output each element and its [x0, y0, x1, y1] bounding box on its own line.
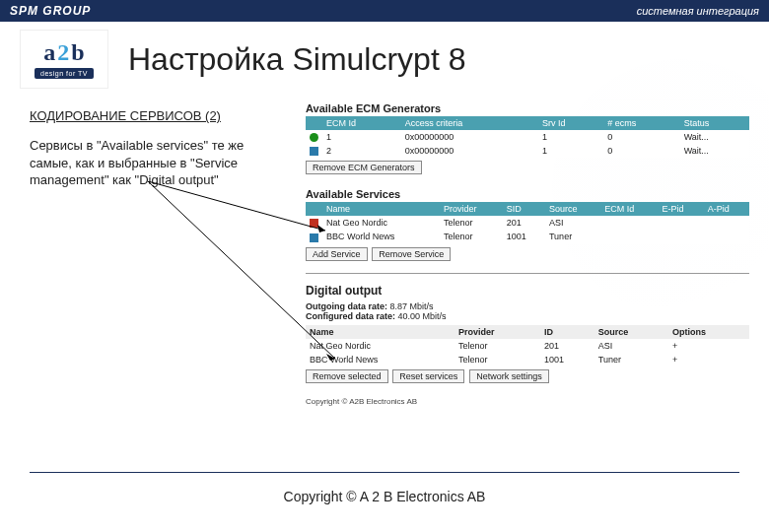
rate2-label: Configured data rate: [306, 311, 395, 321]
cell: Telenor [440, 230, 503, 243]
status-icon [310, 233, 318, 242]
cell: 201 [540, 339, 594, 353]
cell: BBC World News [306, 353, 454, 366]
out-header-row: Name Provider ID Source Options [306, 325, 749, 339]
cell: Tuner [545, 230, 600, 243]
remove-service-button[interactable]: Remove Service [372, 247, 451, 261]
cell: 1 [538, 130, 603, 144]
cell: + [668, 353, 749, 366]
cell: SID [503, 202, 545, 216]
cell: Tuner [594, 353, 668, 366]
cell: Source [545, 202, 600, 216]
logo-b: b [71, 39, 84, 66]
add-service-button[interactable]: Add Service [306, 247, 368, 261]
cell: ASI [545, 216, 600, 230]
serv-header-row: Name Provider SID Source ECM Id E-Pid A-… [306, 202, 749, 216]
cell: Name [322, 202, 440, 216]
cell: 0x00000000 [401, 130, 538, 144]
cell: 0x00000000 [401, 144, 538, 158]
cell: Telenor [454, 339, 540, 353]
cell: ASI [594, 339, 668, 353]
out-row-1[interactable]: Nat Geo Nordic Telenor 201 ASI + [306, 339, 749, 353]
rate1-label: Outgoing data rate: [306, 301, 387, 311]
status-icon [310, 133, 318, 142]
ecm-header-row: ECM Id Access criteria Srv Id # ecms Sta… [306, 116, 749, 130]
ecm-title: Available ECM Generators [306, 102, 749, 114]
footer-copyright: Copyright © A 2 B Electronics AB [0, 489, 769, 504]
cell: Telenor [440, 216, 503, 230]
cell: A-Pid [704, 202, 749, 216]
cell: 1 [322, 130, 401, 144]
remove-ecm-button[interactable]: Remove ECM Generators [306, 161, 422, 174]
reset-services-button[interactable]: Reset services [392, 369, 464, 383]
cell: 2 [322, 144, 401, 158]
serv-row-1[interactable]: Nat Geo Nordic Telenor 201 ASI [306, 216, 749, 230]
out-row-2[interactable]: BBC World News Telenor 1001 Tuner + [306, 353, 749, 366]
services-title: Available Services [306, 188, 749, 200]
remove-selected-button[interactable]: Remove selected [306, 369, 388, 383]
cell: 0 [603, 130, 680, 144]
status-icon [310, 147, 318, 156]
logo-tagline: design for TV [35, 68, 94, 79]
network-settings-button[interactable]: Network settings [469, 369, 549, 383]
description-column: КОДИРОВАНИЕ СЕРВИСОВ (2) Сервисы в "Avai… [30, 102, 286, 406]
config-panel: Available ECM Generators ECM Id Access c… [306, 102, 749, 406]
status-icon [310, 219, 318, 228]
section-body: Сервисы в "Available services" те же сам… [30, 137, 286, 189]
cell: Wait... [680, 144, 749, 158]
cell: 1001 [503, 230, 545, 243]
cell: Provider [454, 325, 540, 339]
cell: Nat Geo Nordic [306, 339, 454, 353]
section-subtitle: КОДИРОВАНИЕ СЕРВИСОВ (2) [30, 108, 286, 123]
cell: 1001 [540, 353, 594, 366]
cell: ID [540, 325, 594, 339]
ecm-row-1[interactable]: 1 0x00000000 1 0 Wait... [306, 130, 749, 144]
ecm-h4: # ecms [603, 116, 680, 130]
serv-row-2[interactable]: BBC World News Telenor 1001 Tuner [306, 230, 749, 243]
page-title: Настройка Simulcrypt 8 [128, 41, 465, 78]
cell: Nat Geo Nordic [322, 216, 440, 230]
cell: Wait... [680, 130, 749, 144]
cell: Telenor [454, 353, 540, 366]
cell: BBC World News [322, 230, 440, 243]
ecm-h5: Status [680, 116, 749, 130]
logo-2: 2 [57, 39, 69, 66]
cell: + [668, 339, 749, 353]
cell: 201 [503, 216, 545, 230]
rate2-value: 40.00 Mbit/s [398, 311, 447, 321]
tagline-text: системная интеграция [637, 5, 759, 17]
digital-output-title: Digital output [306, 284, 749, 298]
a2b-logo: a2b design for TV [20, 30, 108, 89]
cell: Source [594, 325, 668, 339]
rate1-value: 8.87 Mbit/s [390, 301, 434, 311]
cell: E-Pid [659, 202, 704, 216]
footer-divider [30, 472, 739, 473]
brand-text: SPM GROUP [10, 4, 91, 18]
cell: Provider [440, 202, 503, 216]
cell: 1 [538, 144, 603, 158]
ecm-h3: Srv Id [538, 116, 603, 130]
cell: Options [668, 325, 749, 339]
top-bar: SPM GROUP системная интеграция [0, 0, 769, 22]
ecm-row-2[interactable]: 2 0x00000000 1 0 Wait... [306, 144, 749, 158]
cell: 0 [603, 144, 680, 158]
cell: Name [306, 325, 454, 339]
panel-copyright: Copyright © A2B Electronics AB [306, 397, 749, 406]
ecm-h2: Access criteria [401, 116, 538, 130]
header-row: a2b design for TV Настройка Simulcrypt 8 [0, 22, 769, 93]
ecm-h1: ECM Id [322, 116, 401, 130]
logo-a: a [43, 39, 55, 66]
cell: ECM Id [600, 202, 658, 216]
